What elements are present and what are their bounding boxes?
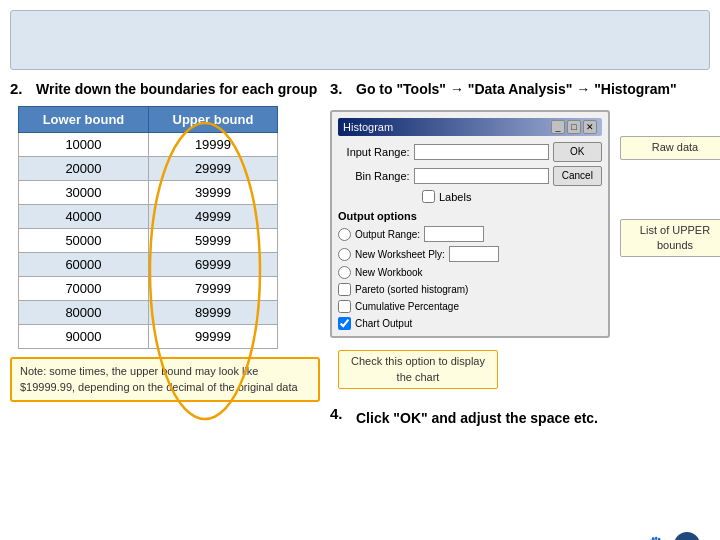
upper-bound-cell: 69999 xyxy=(148,253,277,277)
step4-number: 4. xyxy=(330,405,350,422)
lower-bound-header: Lower bound xyxy=(19,107,149,133)
new-worksheet-radio[interactable] xyxy=(338,248,351,261)
output-range-label: Output Range: xyxy=(355,229,420,240)
paw-icon: 🐾 xyxy=(648,534,670,540)
labels-row: Labels xyxy=(338,190,602,203)
step2-number: 2. xyxy=(10,80,30,97)
raw-data-annotation: Raw data xyxy=(620,136,720,159)
bin-range-label: Bin Range: xyxy=(338,170,410,182)
dialog-box[interactable]: Histogram _ □ ✕ Input Range: xyxy=(330,110,610,338)
lower-bound-cell: 90000 xyxy=(19,325,149,349)
step3-text: Go to "Tools" → "Data Analysis" → "Histo… xyxy=(356,80,677,98)
cancel-button[interactable]: Cancel xyxy=(553,166,602,186)
cumulative-label: Cumulative Percentage xyxy=(355,301,459,312)
chart-output-checkbox[interactable] xyxy=(338,317,351,330)
pareto-checkbox[interactable] xyxy=(338,283,351,296)
left-panel: 2. Write down the boundaries for each gr… xyxy=(10,80,320,530)
bin-range-field[interactable] xyxy=(414,168,549,184)
upper-bound-cell: 49999 xyxy=(148,205,277,229)
upper-bound-cell: 39999 xyxy=(148,181,277,205)
new-workbook-row: New Workbook xyxy=(338,266,602,279)
table-row: 7000079999 xyxy=(19,277,278,301)
bin-range-row: Bin Range: Cancel xyxy=(338,166,602,186)
cumulative-row: Cumulative Percentage xyxy=(338,300,602,313)
table-row: 5000059999 xyxy=(19,229,278,253)
dialog-close-buttons: _ □ ✕ xyxy=(551,120,597,134)
input-range-row: Input Range: OK xyxy=(338,142,602,162)
new-worksheet-row: New Worksheet Ply: xyxy=(338,246,602,262)
table-row: 4000049999 xyxy=(19,205,278,229)
pareto-row: Pareto (sorted histogram) xyxy=(338,283,602,296)
new-worksheet-field[interactable] xyxy=(449,246,499,262)
lower-bound-cell: 40000 xyxy=(19,205,149,229)
table-wrapper: Lower bound Upper bound 1000019999200002… xyxy=(10,106,320,349)
note-text: Note: some times, the upper bound may lo… xyxy=(20,365,298,392)
output-range-field[interactable] xyxy=(424,226,484,242)
output-range-row: Output Range: xyxy=(338,226,602,242)
top-banner xyxy=(10,10,710,70)
labels-label: Labels xyxy=(439,191,471,203)
check-annotation-wrapper: Check this option to display the chart xyxy=(338,346,720,389)
lower-bound-cell: 70000 xyxy=(19,277,149,301)
step2-text: Write down the boundaries for each group xyxy=(36,80,317,98)
bounds-table: Lower bound Upper bound 1000019999200002… xyxy=(18,106,278,349)
chart-output-row: Chart Output xyxy=(338,317,602,330)
main-content: 2. Write down the boundaries for each gr… xyxy=(10,80,710,530)
upper-bound-cell: 99999 xyxy=(148,325,277,349)
new-workbook-radio[interactable] xyxy=(338,266,351,279)
table-row: 2000029999 xyxy=(19,157,278,181)
table-row: 3000039999 xyxy=(19,181,278,205)
lower-bound-cell: 60000 xyxy=(19,253,149,277)
table-row: 9000099999 xyxy=(19,325,278,349)
table-row: 6000069999 xyxy=(19,253,278,277)
page-number-badge: 7 xyxy=(674,532,700,540)
labels-checkbox[interactable] xyxy=(422,190,435,203)
lower-bound-cell: 50000 xyxy=(19,229,149,253)
step2-header: 2. Write down the boundaries for each gr… xyxy=(10,80,320,98)
ok-button[interactable]: OK xyxy=(553,142,602,162)
raw-data-text: Raw data xyxy=(652,141,698,153)
cumulative-checkbox[interactable] xyxy=(338,300,351,313)
table-row: 1000019999 xyxy=(19,133,278,157)
upper-bound-cell: 89999 xyxy=(148,301,277,325)
upper-bound-cell: 19999 xyxy=(148,133,277,157)
upper-bounds-annotation: List of UPPER bounds xyxy=(620,219,720,258)
input-range-label: Input Range: xyxy=(338,146,410,158)
dialog-wrapper: Histogram _ □ ✕ Input Range: xyxy=(330,110,610,338)
upper-bound-header: Upper bound xyxy=(148,107,277,133)
upper-bound-cell: 59999 xyxy=(148,229,277,253)
minimize-button[interactable]: _ xyxy=(551,120,565,134)
check-option-annotation: Check this option to display the chart xyxy=(338,350,498,389)
new-worksheet-label: New Worksheet Ply: xyxy=(355,249,445,260)
lower-bound-cell: 10000 xyxy=(19,133,149,157)
table-row: 8000089999 xyxy=(19,301,278,325)
pareto-label: Pareto (sorted histogram) xyxy=(355,284,468,295)
close-button[interactable]: ✕ xyxy=(583,120,597,134)
upper-bounds-text: List of UPPER bounds xyxy=(640,224,710,251)
output-range-radio[interactable] xyxy=(338,228,351,241)
note-box: Note: some times, the upper bound may lo… xyxy=(10,357,320,402)
step3-header: 3. Go to "Tools" → "Data Analysis" → "Hi… xyxy=(330,80,720,98)
new-workbook-label: New Workbook xyxy=(355,267,423,278)
chart-output-label: Chart Output xyxy=(355,318,412,329)
lower-bound-cell: 30000 xyxy=(19,181,149,205)
maximize-button[interactable]: □ xyxy=(567,120,581,134)
page: 2. Write down the boundaries for each gr… xyxy=(0,0,720,540)
check-option-text: Check this option to display the chart xyxy=(351,355,485,382)
dialog-title: Histogram xyxy=(343,121,393,133)
output-section-label: Output options xyxy=(338,210,602,222)
upper-bound-cell: 29999 xyxy=(148,157,277,181)
footer-right: 🐾 7 xyxy=(648,532,700,540)
step4-header: 4. Click "OK" and adjust the space etc. xyxy=(330,405,720,427)
input-range-field[interactable] xyxy=(414,144,549,160)
lower-bound-cell: 20000 xyxy=(19,157,149,181)
step4-text: Click "OK" and adjust the space etc. xyxy=(356,409,598,427)
right-panel: 3. Go to "Tools" → "Data Analysis" → "Hi… xyxy=(330,80,720,530)
step3-number: 3. xyxy=(330,80,350,97)
dialog-area-wrapper: Histogram _ □ ✕ Input Range: xyxy=(330,110,720,338)
dialog-titlebar: Histogram _ □ ✕ xyxy=(338,118,602,136)
lower-bound-cell: 80000 xyxy=(19,301,149,325)
annotations-area: Raw data List of UPPER bounds xyxy=(620,110,720,257)
upper-bound-cell: 79999 xyxy=(148,277,277,301)
dialog-body: Input Range: OK Bin Range: Cancel xyxy=(338,142,602,330)
